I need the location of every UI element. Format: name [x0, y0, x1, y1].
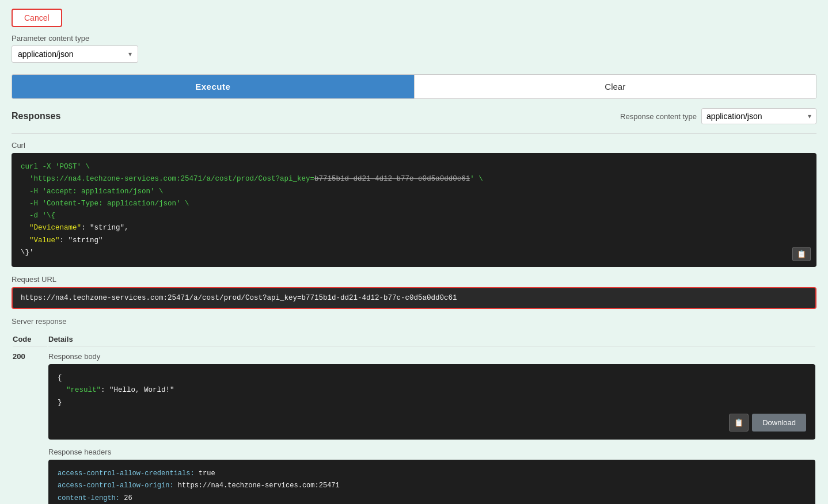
request-url-label: Request URL: [12, 275, 816, 284]
param-section: Parameter content type application/json …: [12, 34, 816, 63]
response-body-line3: }: [58, 399, 62, 407]
response-content-type-label: Response content type: [620, 112, 697, 121]
param-content-type-select[interactable]: application/json text/plain application/…: [18, 49, 128, 59]
page-container: Cancel Parameter content type applicatio…: [0, 0, 828, 504]
table-row: 200 Response body { "result": "Hello, Wo…: [13, 348, 815, 504]
download-button[interactable]: Download: [752, 414, 806, 432]
server-response-label: Server response: [12, 317, 816, 326]
response-body-actions: 📋 Download: [58, 414, 806, 432]
curl-line-4: -H 'Content-Type: application/json' \: [21, 200, 189, 208]
curl-line-6: "Devicename": "string",: [21, 224, 129, 232]
param-content-type-label: Parameter content type: [12, 34, 816, 43]
header-line-3: content-length: 26: [58, 492, 806, 504]
curl-line-7: "Value": "string": [21, 236, 103, 245]
code-column-header: Code: [13, 333, 47, 346]
response-body-sublabel: Response body: [48, 352, 815, 361]
response-headers-code: access-control-allow-credentials: true a…: [48, 460, 815, 504]
curl-line-8: \}': [21, 249, 34, 257]
cancel-button[interactable]: Cancel: [12, 9, 62, 27]
copy-curl-button[interactable]: 📋: [792, 247, 811, 261]
action-buttons: Execute Clear: [12, 74, 816, 99]
response-body-code: { "result": "Hello, World!" } 📋 Download: [48, 364, 815, 440]
execute-button[interactable]: Execute: [12, 75, 414, 98]
curl-line-3: -H 'accept: application/json' \: [21, 188, 164, 196]
header-line-2: access-control-allow-origin: https://na4…: [58, 480, 806, 492]
chevron-down-icon: ▾: [128, 50, 132, 58]
response-body-line1: {: [58, 374, 62, 382]
request-url-block: https://na4.techzone-services.com:25471/…: [12, 287, 816, 309]
details-column-header: Details: [48, 333, 815, 346]
chevron-down-icon: ▾: [808, 112, 811, 120]
curl-line-2: 'https://na4.techzone-services.com:25471…: [21, 175, 483, 183]
responses-header: Responses Response content type applicat…: [12, 108, 816, 124]
response-content-type-wrapper: application/json text/plain application/…: [701, 108, 816, 124]
curl-line-1: curl -X 'POST' \: [21, 163, 90, 171]
response-code: 200: [13, 348, 47, 504]
response-content-type-area: Response content type application/json t…: [620, 108, 816, 124]
response-headers-sublabel: Response headers: [48, 448, 815, 456]
response-content-type-select[interactable]: application/json text/plain application/…: [707, 112, 808, 121]
param-content-type-wrapper: application/json text/plain application/…: [12, 45, 138, 63]
curl-label: Curl: [12, 141, 816, 150]
clear-button[interactable]: Clear: [414, 75, 816, 98]
curl-code-block: curl -X 'POST' \ 'https://na4.techzone-s…: [12, 153, 816, 267]
server-response-table: Code Details 200 Response body { "result…: [12, 331, 816, 504]
divider-responses: [12, 133, 816, 134]
response-details-cell: Response body { "result": "Hello, World!…: [48, 348, 815, 504]
responses-title: Responses: [12, 111, 60, 121]
header-line-1: access-control-allow-credentials: true: [58, 468, 806, 480]
curl-line-5: -d '\{: [21, 212, 55, 220]
copy-response-button[interactable]: 📋: [729, 414, 749, 432]
response-body-line2: "result": "Hello, World!": [58, 386, 174, 394]
